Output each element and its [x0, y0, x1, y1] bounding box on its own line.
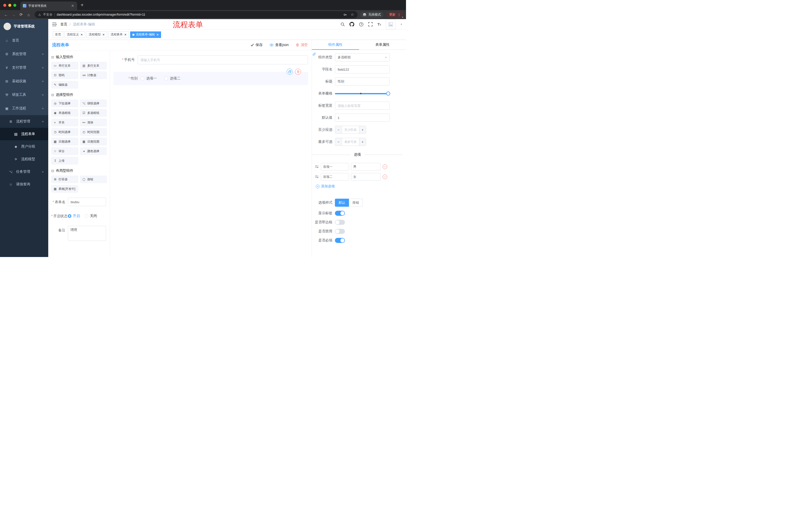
slider-handle[interactable] [386, 91, 390, 96]
breadcrumb-home[interactable]: 首页 [60, 22, 67, 27]
decrease-icon[interactable]: − [335, 138, 342, 145]
palette-item-radio-group[interactable]: ◉单选框组 [51, 109, 78, 117]
increase-icon[interactable]: + [359, 126, 366, 134]
drag-handle-icon[interactable] [315, 165, 319, 168]
status-radio-on[interactable]: 开启 [68, 214, 80, 218]
help-icon[interactable]: ? [359, 22, 364, 27]
option-label-input[interactable] [321, 163, 349, 170]
required-switch[interactable] [335, 238, 345, 243]
tag-process-model[interactable]: 流程模型 ✕ [86, 31, 107, 38]
component-type-select[interactable]: 多选框组 ▼ [335, 53, 390, 61]
search-icon[interactable] [341, 22, 345, 26]
new-tab-button[interactable]: + [81, 2, 84, 8]
link-icon[interactable] [311, 51, 317, 57]
sidebar-item-workflow[interactable]: ▣ 工作流程 ∧ [0, 102, 48, 115]
tag-process-form-edit[interactable]: 流程表单-编辑 ✕ [130, 31, 161, 38]
sidebar-item-process-management[interactable]: ≣ 流程管理 ∧ [0, 115, 48, 128]
url-text[interactable]: dashboard.yudao.iocoder.cn/bpm/manager/f… [57, 13, 145, 16]
palette-item-editor[interactable]: ✎编辑器 [51, 81, 78, 88]
remove-option-icon[interactable]: − [383, 164, 387, 169]
address-bar[interactable]: ⚠ 不安全 dashboard.yudao.iocoder.cn/bpm/man… [35, 11, 357, 18]
add-option-button[interactable]: + 添加选项 [316, 184, 403, 189]
fullscreen-icon[interactable] [368, 22, 373, 26]
sidebar-item-task-management[interactable]: ⌥ 任务管理 ∨ [0, 165, 48, 178]
palette-item-date-picker[interactable]: ▦日期选择 [51, 138, 78, 145]
form-canvas[interactable]: *手机号 *性别 [110, 50, 312, 257]
decrease-icon[interactable]: − [335, 126, 342, 134]
remove-option-icon[interactable]: − [383, 174, 387, 179]
sidebar-item-infrastructure[interactable]: ⊞ 基础设施 ∨ [0, 75, 48, 88]
option-label-input[interactable] [321, 173, 349, 181]
palette-item-cascader[interactable]: ⌥级联选择 [80, 100, 107, 107]
delete-field-button[interactable] [295, 69, 301, 75]
sidebar-logo[interactable]: 芋道管理系统 [0, 19, 48, 34]
window-close-button[interactable] [3, 4, 6, 7]
sidebar-item-home[interactable]: ⌂ 首页 [0, 34, 48, 47]
window-minimize-button[interactable] [8, 4, 11, 7]
sidebar-item-payment[interactable]: ¥ 支付管理 ∨ [0, 61, 48, 75]
palette-item-time-picker[interactable]: ◷时间选择 [51, 128, 78, 136]
min-select-input[interactable] [342, 126, 359, 134]
option-value-input[interactable] [351, 163, 381, 170]
palette-item-time-range[interactable]: ◴时间范围 [80, 128, 107, 136]
sidebar-item-devtools[interactable]: ⚒ 研发工具 ∨ [0, 88, 48, 102]
palette-item-upload[interactable]: ↥上传 [51, 157, 78, 164]
option-value-input[interactable] [351, 173, 381, 181]
form-name-input[interactable] [68, 198, 106, 206]
tag-process-form[interactable]: 流程表单 ✕ [108, 31, 129, 38]
canvas-field-gender-selected[interactable]: *性别 选项一 选项二 [114, 72, 308, 85]
disabled-switch[interactable] [335, 229, 345, 234]
palette-item-dropdown[interactable]: ◎下拉选择 [51, 100, 78, 107]
view-json-button[interactable]: 查看json [269, 43, 289, 47]
label-width-input[interactable] [335, 102, 390, 110]
sidebar-toggle-icon[interactable] [48, 22, 60, 26]
palette-item-rate[interactable]: ☆评分 [51, 147, 78, 155]
palette-item-counter[interactable]: 123计数器 [80, 72, 107, 79]
clear-button[interactable]: 清空 [296, 43, 308, 47]
tab-close-icon[interactable]: ✕ [70, 4, 75, 8]
browser-update-button[interactable]: 更新 ⋮ [386, 11, 404, 18]
drag-handle-icon[interactable] [315, 175, 319, 179]
sidebar-item-leave-query[interactable]: ☺ 请假查询 [0, 178, 48, 191]
field-name-input[interactable] [335, 65, 390, 74]
option-style-default[interactable]: 默认 [335, 199, 349, 207]
canvas-field-phone[interactable]: *手机号 [114, 55, 308, 64]
palette-item-checkbox-group[interactable]: ☑多选框组 [80, 109, 107, 117]
palette-item-date-range[interactable]: ▩日期范围 [80, 138, 107, 145]
github-icon[interactable] [349, 22, 354, 27]
font-size-icon[interactable]: TT [377, 22, 381, 26]
browser-menu-icon[interactable]: ⋮ [398, 13, 401, 17]
toolbar-caret-icon[interactable]: ▼ [402, 16, 404, 19]
palette-item-multi-text[interactable]: ▤多行文本 [80, 62, 107, 70]
palette-item-password[interactable]: ⊡密码 [51, 72, 78, 79]
option-style-button[interactable]: 按钮 [349, 199, 363, 207]
show-label-switch[interactable] [335, 211, 345, 216]
palette-item-table[interactable]: ▦表格[开发中] [51, 185, 78, 193]
browser-tab[interactable]: 芋道管理系统 ✕ [20, 1, 77, 10]
tag-process-definition[interactable]: 流程定义 ✕ [64, 31, 85, 38]
home-icon-browser[interactable]: ⌂ [25, 11, 32, 18]
window-zoom-button[interactable] [13, 4, 16, 7]
sidebar-item-process-form[interactable]: ▤ 流程表单 [0, 128, 48, 140]
tag-close-icon[interactable]: ✕ [80, 33, 83, 36]
status-radio-off[interactable]: 关闭 [85, 214, 97, 218]
phone-input[interactable] [138, 55, 308, 64]
avatar-caret-icon[interactable]: ▼ [400, 23, 403, 26]
increase-icon[interactable]: + [359, 138, 366, 145]
tag-close-icon[interactable]: ✕ [102, 33, 105, 36]
palette-item-slider[interactable]: ⊷滑块 [80, 119, 107, 126]
key-icon[interactable] [343, 13, 347, 17]
palette-item-button[interactable]: ▢按钮 [80, 175, 107, 183]
back-icon[interactable]: ← [2, 11, 9, 18]
sidebar-item-system[interactable]: ⚙ 系统管理 ∨ [0, 47, 48, 61]
tag-close-icon[interactable]: ✕ [124, 33, 127, 36]
remark-textarea[interactable]: 嘿嘿 [68, 226, 106, 241]
tag-close-icon[interactable]: ✕ [156, 33, 159, 36]
security-label[interactable]: 不安全 [43, 12, 53, 17]
sidebar-item-process-model[interactable]: ✈ 流程模型 [0, 153, 48, 165]
border-switch[interactable] [335, 220, 345, 225]
avatar[interactable] [386, 20, 396, 29]
forward-icon[interactable]: → [10, 11, 17, 18]
palette-item-single-text[interactable]: ▭单行文本 [51, 62, 78, 70]
tab-form-props[interactable]: 表单属性 [359, 40, 406, 50]
